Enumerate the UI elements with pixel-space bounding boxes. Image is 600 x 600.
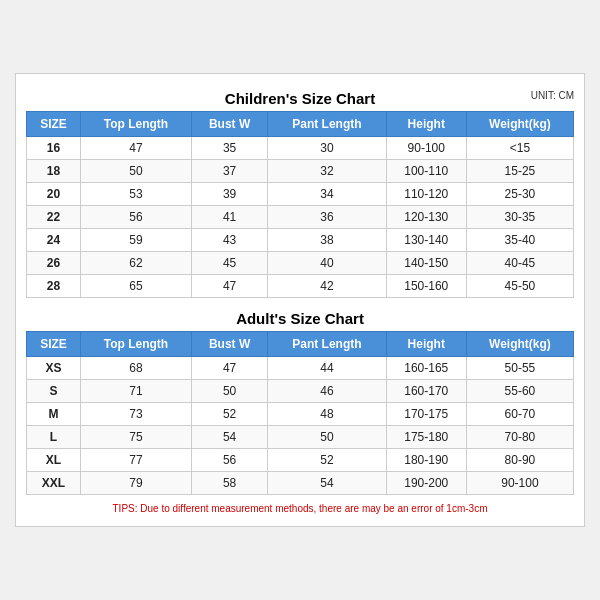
adults-header-row: SIZE Top Length Bust W Pant Length Heigh… xyxy=(27,332,574,357)
data-cell: 53 xyxy=(80,183,191,206)
adults-col-weight: Weight(kg) xyxy=(466,332,573,357)
data-cell: 50 xyxy=(192,380,268,403)
children-title-text: Children's Size Chart xyxy=(225,90,375,107)
data-cell: 45-50 xyxy=(466,275,573,298)
size-cell: 22 xyxy=(27,206,81,229)
size-cell: 26 xyxy=(27,252,81,275)
data-cell: 40-45 xyxy=(466,252,573,275)
adults-col-bust-w: Bust W xyxy=(192,332,268,357)
size-cell: L xyxy=(27,426,81,449)
size-cell: 28 xyxy=(27,275,81,298)
children-col-size: SIZE xyxy=(27,112,81,137)
adults-col-top-length: Top Length xyxy=(80,332,191,357)
table-row: 28654742150-16045-50 xyxy=(27,275,574,298)
data-cell: 73 xyxy=(80,403,191,426)
data-cell: 59 xyxy=(80,229,191,252)
data-cell: 39 xyxy=(192,183,268,206)
data-cell: 38 xyxy=(268,229,386,252)
data-cell: 25-30 xyxy=(466,183,573,206)
size-cell: 20 xyxy=(27,183,81,206)
data-cell: 130-140 xyxy=(386,229,466,252)
data-cell: 80-90 xyxy=(466,449,573,472)
adults-col-pant-length: Pant Length xyxy=(268,332,386,357)
table-row: 24594338130-14035-40 xyxy=(27,229,574,252)
data-cell: 52 xyxy=(268,449,386,472)
data-cell: 47 xyxy=(80,137,191,160)
children-size-table: SIZE Top Length Bust W Pant Length Heigh… xyxy=(26,111,574,298)
size-cell: 16 xyxy=(27,137,81,160)
data-cell: 55-60 xyxy=(466,380,573,403)
data-cell: 41 xyxy=(192,206,268,229)
adults-col-size: SIZE xyxy=(27,332,81,357)
data-cell: 120-130 xyxy=(386,206,466,229)
size-cell: XL xyxy=(27,449,81,472)
data-cell: 71 xyxy=(80,380,191,403)
data-cell: 170-175 xyxy=(386,403,466,426)
data-cell: 160-170 xyxy=(386,380,466,403)
data-cell: 47 xyxy=(192,275,268,298)
data-cell: 140-150 xyxy=(386,252,466,275)
size-cell: S xyxy=(27,380,81,403)
data-cell: 190-200 xyxy=(386,472,466,495)
data-cell: 30-35 xyxy=(466,206,573,229)
data-cell: 35-40 xyxy=(466,229,573,252)
adults-title-text: Adult's Size Chart xyxy=(236,310,364,327)
table-row: XL775652180-19080-90 xyxy=(27,449,574,472)
data-cell: 50 xyxy=(80,160,191,183)
data-cell: 42 xyxy=(268,275,386,298)
table-row: S715046160-17055-60 xyxy=(27,380,574,403)
unit-label: UNIT: CM xyxy=(531,90,574,101)
adults-size-table: SIZE Top Length Bust W Pant Length Heigh… xyxy=(26,331,574,495)
data-cell: 77 xyxy=(80,449,191,472)
size-cell: XS xyxy=(27,357,81,380)
data-cell: 58 xyxy=(192,472,268,495)
data-cell: 36 xyxy=(268,206,386,229)
size-cell: 18 xyxy=(27,160,81,183)
data-cell: 44 xyxy=(268,357,386,380)
data-cell: 32 xyxy=(268,160,386,183)
children-col-height: Height xyxy=(386,112,466,137)
data-cell: 50-55 xyxy=(466,357,573,380)
table-row: XS684744160-16550-55 xyxy=(27,357,574,380)
table-row: L755450175-18070-80 xyxy=(27,426,574,449)
size-cell: 24 xyxy=(27,229,81,252)
data-cell: 48 xyxy=(268,403,386,426)
data-cell: 100-110 xyxy=(386,160,466,183)
data-cell: 56 xyxy=(80,206,191,229)
data-cell: 37 xyxy=(192,160,268,183)
children-header-row: SIZE Top Length Bust W Pant Length Heigh… xyxy=(27,112,574,137)
children-section-title: Children's Size Chart UNIT: CM xyxy=(26,84,574,111)
data-cell: 90-100 xyxy=(466,472,573,495)
tips-text: TIPS: Due to different measurement metho… xyxy=(26,501,574,516)
data-cell: 90-100 xyxy=(386,137,466,160)
data-cell: 50 xyxy=(268,426,386,449)
children-col-weight: Weight(kg) xyxy=(466,112,573,137)
data-cell: 175-180 xyxy=(386,426,466,449)
children-col-top-length: Top Length xyxy=(80,112,191,137)
size-cell: M xyxy=(27,403,81,426)
data-cell: 56 xyxy=(192,449,268,472)
data-cell: 40 xyxy=(268,252,386,275)
data-cell: 34 xyxy=(268,183,386,206)
data-cell: 180-190 xyxy=(386,449,466,472)
children-col-bust-w: Bust W xyxy=(192,112,268,137)
data-cell: 75 xyxy=(80,426,191,449)
data-cell: 54 xyxy=(268,472,386,495)
data-cell: 68 xyxy=(80,357,191,380)
data-cell: 70-80 xyxy=(466,426,573,449)
data-cell: <15 xyxy=(466,137,573,160)
children-col-pant-length: Pant Length xyxy=(268,112,386,137)
table-row: 18503732100-11015-25 xyxy=(27,160,574,183)
table-row: 22564136120-13030-35 xyxy=(27,206,574,229)
data-cell: 62 xyxy=(80,252,191,275)
data-cell: 47 xyxy=(192,357,268,380)
data-cell: 43 xyxy=(192,229,268,252)
data-cell: 15-25 xyxy=(466,160,573,183)
data-cell: 110-120 xyxy=(386,183,466,206)
data-cell: 65 xyxy=(80,275,191,298)
data-cell: 150-160 xyxy=(386,275,466,298)
table-row: 1647353090-100<15 xyxy=(27,137,574,160)
data-cell: 160-165 xyxy=(386,357,466,380)
data-cell: 46 xyxy=(268,380,386,403)
table-row: 26624540140-15040-45 xyxy=(27,252,574,275)
